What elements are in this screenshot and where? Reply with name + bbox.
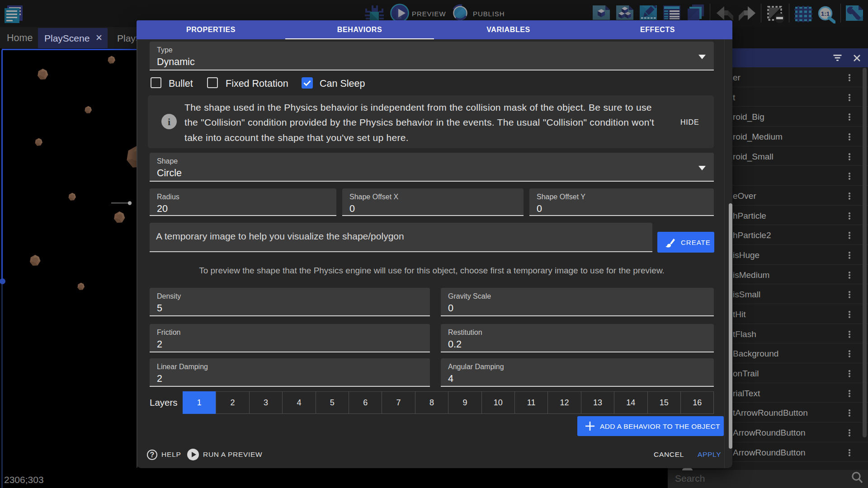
- svg-text:1:1: 1:1: [821, 10, 830, 17]
